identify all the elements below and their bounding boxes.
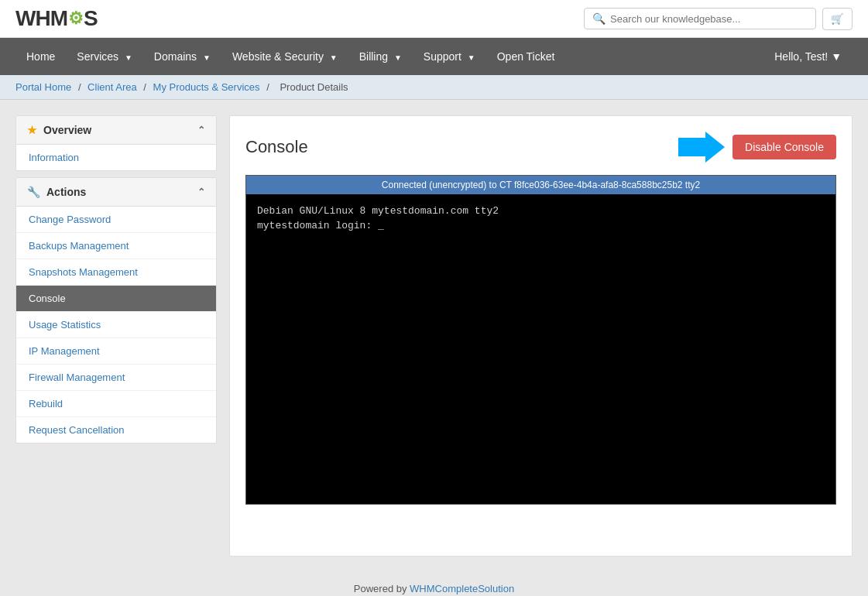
breadcrumb-client-area[interactable]: Client Area: [87, 81, 137, 93]
sidebar-item-ip-management[interactable]: IP Management: [16, 338, 216, 365]
disable-console-button[interactable]: Disable Console: [732, 135, 836, 159]
search-area: 🔍 🛒: [584, 8, 853, 30]
terminal-wrapper: Connected (unencrypted) to CT f8fce036-6…: [245, 175, 836, 505]
cart-button[interactable]: 🛒: [822, 8, 853, 30]
user-greeting: Hello, Test!: [774, 50, 828, 63]
footer-text: Powered by: [354, 583, 410, 594]
sidebar: ★ Overview ⌃ Information 🔧 Actions ⌃ Cha…: [15, 115, 217, 557]
console-header: Console Disable Console: [245, 132, 836, 163]
sidebar-item-firewall[interactable]: Firewall Management: [16, 365, 216, 391]
chevron-up-icon: ⌃: [197, 125, 205, 135]
sidebar-item-rebuild[interactable]: Rebuild: [16, 391, 216, 417]
sidebar-item-usage-statistics[interactable]: Usage Statistics: [16, 312, 216, 338]
breadcrumb-separator-1: /: [78, 81, 84, 93]
sidebar-section-overview: ★ Overview ⌃ Information: [15, 115, 217, 171]
nav-user-link[interactable]: Hello, Test! ▼: [763, 38, 853, 75]
breadcrumb-separator-3: /: [266, 81, 272, 93]
overview-label: Overview: [43, 124, 91, 136]
sidebar-section-actions-header[interactable]: 🔧 Actions ⌃: [16, 178, 216, 207]
content-area: Console Disable Console Connected (unenc…: [229, 115, 853, 557]
main-content: ★ Overview ⌃ Information 🔧 Actions ⌃ Cha…: [0, 100, 868, 572]
terminal-body[interactable]: Debian GNU/Linux 8 mytestdomain.com tty2…: [246, 194, 835, 504]
breadcrumb-portal-home[interactable]: Portal Home: [15, 81, 71, 93]
footer: Powered by WHMCompleteSolution: [0, 572, 868, 596]
nav-billing[interactable]: Billing ▼: [348, 38, 413, 75]
console-title: Console: [245, 137, 308, 157]
search-input[interactable]: [610, 13, 808, 25]
chevron-up-icon-actions: ⌃: [197, 187, 205, 197]
nav-website-security[interactable]: Website & Security ▼: [221, 38, 348, 75]
terminal-line-2: mytestdomain login: _: [257, 220, 825, 231]
breadcrumb-separator-2: /: [143, 81, 149, 93]
svg-marker-0: [678, 132, 725, 163]
sidebar-item-information[interactable]: Information: [16, 145, 216, 170]
nav-open-ticket[interactable]: Open Ticket: [486, 38, 566, 75]
sidebar-section-overview-header[interactable]: ★ Overview ⌃: [16, 116, 216, 145]
terminal-line-1: Debian GNU/Linux 8 mytestdomain.com tty2: [257, 205, 825, 217]
breadcrumb: Portal Home / Client Area / My Products …: [0, 75, 868, 100]
console-header-right: Disable Console: [678, 132, 836, 163]
terminal-titlebar: Connected (unencrypted) to CT f8fce036-6…: [246, 176, 835, 194]
sidebar-item-backups[interactable]: Backups Management: [16, 233, 216, 259]
sidebar-item-snapshots[interactable]: Snapshots Management: [16, 259, 216, 286]
star-icon: ★: [27, 124, 37, 136]
logo: WHM ⚙ S: [15, 6, 98, 31]
search-box: 🔍: [584, 8, 816, 29]
breadcrumb-product-details: Product Details: [280, 81, 348, 93]
sidebar-item-change-password[interactable]: Change Password: [16, 207, 216, 233]
breadcrumb-my-products[interactable]: My Products & Services: [153, 81, 260, 93]
nav-bar: Home Services ▼ Domains ▼ Website & Secu…: [0, 38, 868, 75]
footer-link[interactable]: WHMCompleteSolution: [410, 583, 514, 594]
sidebar-item-request-cancellation[interactable]: Request Cancellation: [16, 417, 216, 443]
actions-header-left: 🔧 Actions: [27, 186, 86, 198]
actions-label: Actions: [46, 186, 86, 198]
wrench-icon: 🔧: [27, 186, 40, 198]
overview-header-left: ★ Overview: [27, 124, 91, 136]
nav-home[interactable]: Home: [15, 38, 66, 75]
logo-text-left: WHM: [15, 6, 67, 31]
search-icon: 🔍: [592, 12, 606, 25]
sidebar-section-actions: 🔧 Actions ⌃ Change Password Backups Mana…: [15, 177, 217, 444]
nav-support[interactable]: Support ▼: [413, 38, 486, 75]
nav-domains[interactable]: Domains ▼: [143, 38, 221, 75]
nav-user: Hello, Test! ▼: [763, 38, 853, 75]
logo-text-right: S: [84, 6, 98, 31]
gear-icon: ⚙: [68, 9, 83, 29]
nav-services[interactable]: Services ▼: [66, 38, 142, 75]
sidebar-item-console[interactable]: Console: [16, 286, 216, 312]
top-bar: WHM ⚙ S 🔍 🛒: [0, 0, 868, 38]
blue-arrow-icon: [678, 132, 725, 163]
nav-items: Home Services ▼ Domains ▼ Website & Secu…: [15, 38, 565, 75]
